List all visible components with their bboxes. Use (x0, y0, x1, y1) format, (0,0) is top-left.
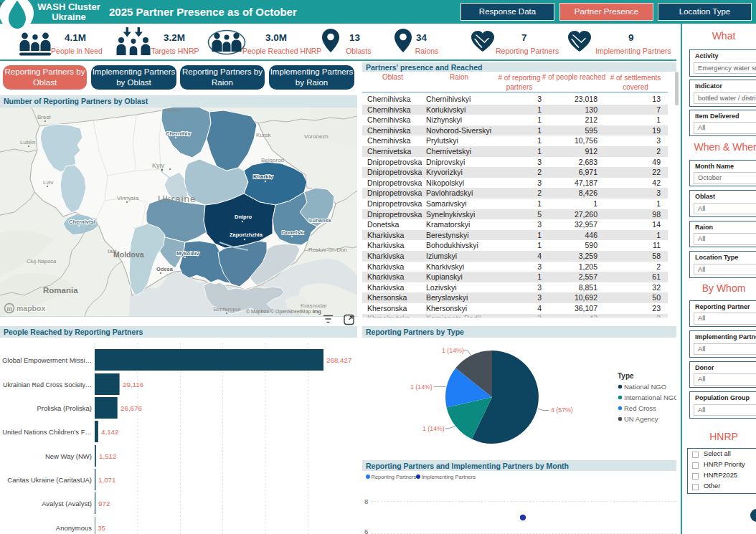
svg-text:mapbox: mapbox (16, 304, 45, 313)
svg-text:National NGO: National NGO (624, 383, 666, 391)
svg-text:1 (14%): 1 (14%) (410, 383, 433, 391)
svg-text:Krasnodar: Krasnodar (301, 302, 327, 309)
svg-text:1 (14%): 1 (14%) (442, 347, 464, 354)
svg-text:New Way (NW): New Way (NW) (45, 452, 92, 460)
svg-text:Brest: Brest (37, 114, 51, 120)
svg-text:m: m (7, 305, 13, 313)
svg-text:Kyiv: Kyiv (152, 162, 165, 169)
svg-text:Cluj-Napoca: Cluj-Napoca (27, 258, 57, 264)
svg-text:Reporting Partners: Reporting Partners (372, 474, 417, 480)
svg-text:Type: Type (618, 372, 634, 380)
svg-text:Global Empowerment Missi…: Global Empowerment Missi… (2, 356, 92, 364)
svg-text:Luhansk: Luhansk (309, 217, 332, 224)
svg-text:6: 6 (364, 528, 368, 534)
svg-text:Mykolaiv: Mykolaiv (176, 250, 200, 257)
svg-text:29,116: 29,116 (123, 381, 144, 388)
svg-text:Belgorod: Belgorod (261, 157, 284, 163)
svg-text:Homel: Homel (165, 108, 181, 113)
svg-text:Ukrainian Red Cross Society…: Ukrainian Red Cross Society… (3, 381, 92, 388)
svg-text:Donetsk: Donetsk (282, 229, 303, 236)
svg-text:Zaporizhzhia: Zaporizhzhia (230, 232, 263, 238)
svg-text:1,071: 1,071 (98, 476, 116, 484)
svg-text:Kharkiv: Kharkiv (253, 173, 273, 180)
svg-text:Lviv: Lviv (43, 179, 53, 186)
svg-text:Voronezh: Voronezh (304, 133, 329, 140)
svg-text:Avalyst (Avalyst): Avalyst (Avalyst) (42, 500, 92, 507)
svg-text:Anonymous: Anonymous (56, 524, 92, 532)
svg-text:Dnipro: Dnipro (235, 214, 252, 220)
svg-text:Lublin: Lublin (20, 139, 35, 146)
svg-text:Rostov-on-Don: Rostov-on-Don (308, 247, 347, 253)
svg-text:Kursk: Kursk (256, 132, 271, 138)
svg-text:26,676: 26,676 (121, 404, 143, 412)
svg-text:Romania: Romania (43, 286, 78, 295)
svg-text:Odesa: Odesa (156, 266, 174, 272)
svg-text:Red Cross: Red Cross (624, 404, 656, 412)
svg-text:International NGO: International NGO (624, 394, 676, 401)
svg-text:© Mapbox © OpenStreetMap Img: © Mapbox © OpenStreetMap Img (246, 309, 321, 315)
svg-text:4 (57%): 4 (57%) (551, 406, 573, 414)
svg-text:35: 35 (98, 524, 105, 532)
svg-text:Proliska (Proliska): Proliska (Proliska) (37, 404, 92, 412)
svg-text:4,142: 4,142 (101, 428, 119, 436)
svg-text:Ukraine: Ukraine (158, 194, 197, 204)
svg-text:Chernihiv: Chernihiv (166, 130, 191, 137)
svg-text:United Nations Children's F…: United Nations Children's F… (2, 428, 92, 436)
svg-text:Moldova: Moldova (113, 250, 144, 259)
svg-text:972: 972 (98, 500, 110, 507)
svg-text:Vinnysia: Vinnysia (117, 195, 139, 201)
svg-text:Implementing Partners: Implementing Partners (422, 474, 476, 480)
svg-text:Simferopol: Simferopol (213, 306, 240, 313)
svg-text:268,427: 268,427 (326, 356, 351, 364)
svg-text:1 (14%): 1 (14%) (422, 425, 445, 432)
svg-text:8: 8 (364, 497, 368, 505)
svg-text:UN Agency: UN Agency (624, 415, 658, 423)
svg-text:Caritas Ukraine (CaritasUA): Caritas Ukraine (CaritasUA) (7, 476, 92, 484)
svg-text:1,512: 1,512 (99, 452, 117, 460)
svg-text:Chernivtsi: Chernivtsi (69, 219, 95, 225)
